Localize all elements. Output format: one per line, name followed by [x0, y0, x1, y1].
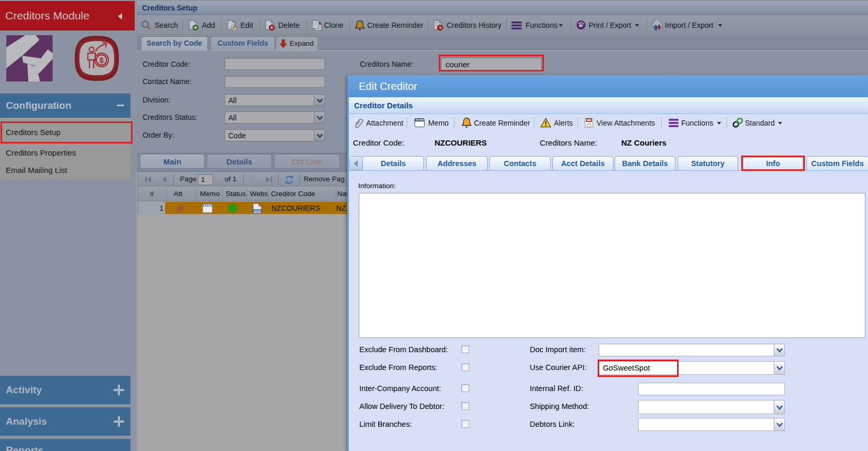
svg-text:www: www	[254, 209, 260, 212]
svg-text:$: $	[99, 56, 104, 65]
